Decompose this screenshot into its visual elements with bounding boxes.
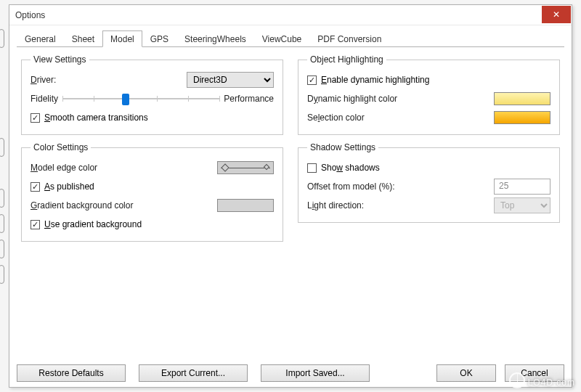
offset-input[interactable]: 25 [494, 179, 550, 195]
smooth-camera-checkbox[interactable]: Smooth camera transitions [31, 108, 274, 127]
color-settings-group: Color Settings Model edge color As publi… [21, 142, 283, 242]
model-edge-color-swatch[interactable] [217, 161, 274, 174]
checkbox-icon [31, 182, 40, 192]
options-dialog: Options ✕ General Sheet Model GPS Steeri… [9, 4, 572, 388]
export-current-button[interactable]: Export Current... [139, 364, 248, 382]
enable-highlighting-label: Enable dynamic highlighting [321, 75, 429, 85]
checkbox-icon [307, 163, 317, 173]
tab-viewcube[interactable]: ViewCube [254, 30, 309, 47]
tab-gps[interactable]: GPS [142, 30, 176, 47]
restore-defaults-button[interactable]: Restore Defaults [17, 364, 126, 382]
tab-general[interactable]: General [17, 30, 64, 47]
dynamic-highlight-color-swatch[interactable] [494, 92, 550, 105]
fidelity-label: Fidelity [31, 94, 58, 104]
show-shadows-checkbox[interactable]: Show shadows [307, 158, 550, 177]
performance-label: Performance [224, 94, 274, 104]
tab-pdf-conversion[interactable]: PDF Conversion [309, 30, 389, 47]
show-shadows-label: Show shadows [321, 163, 380, 173]
ok-button[interactable]: OK [436, 364, 496, 382]
shadow-settings-legend: Shadow Settings [307, 142, 378, 152]
close-icon: ✕ [553, 9, 560, 20]
dynamic-highlight-color-label: Dynamic highlight color [307, 94, 397, 104]
gradient-bg-color-label: Gradient background color [31, 200, 133, 211]
close-button[interactable]: ✕ [542, 6, 571, 23]
offset-label: Offset from model (%): [307, 181, 394, 192]
tab-steeringwheels[interactable]: SteeringWheels [176, 30, 254, 47]
cancel-button[interactable]: Cancel [505, 364, 564, 382]
tab-sheet[interactable]: Sheet [64, 30, 102, 47]
fidelity-slider[interactable] [62, 91, 219, 106]
light-direction-label: Light direction: [307, 200, 364, 211]
checkbox-icon [307, 75, 317, 85]
selection-color-swatch[interactable] [494, 111, 550, 124]
import-saved-button[interactable]: Import Saved... [261, 364, 370, 382]
selection-color-label: Selection color [307, 113, 365, 123]
titlebar: Options ✕ [9, 5, 572, 25]
shadow-settings-group: Shadow Settings Show shadows Offset from… [298, 142, 560, 223]
checkbox-icon [31, 220, 40, 229]
dialog-footer: Restore Defaults Export Current... Impor… [9, 359, 572, 387]
smooth-camera-label: Smooth camera transitions [44, 113, 148, 123]
view-settings-legend: View Settings [31, 54, 89, 65]
model-edge-color-label: Model edge color [31, 163, 97, 173]
object-highlighting-group: Object Highlighting Enable dynamic highl… [298, 54, 560, 135]
use-gradient-checkbox[interactable]: Use gradient background [31, 215, 274, 234]
tabs: General Sheet Model GPS SteeringWheels V… [17, 30, 564, 47]
as-published-checkbox[interactable]: As published [31, 177, 274, 196]
gradient-bg-color-swatch[interactable] [217, 199, 274, 212]
tab-model[interactable]: Model [102, 30, 142, 47]
driver-label: Driver: [31, 75, 56, 85]
window-title: Options [15, 10, 542, 20]
enable-highlighting-checkbox[interactable]: Enable dynamic highlighting [307, 70, 550, 89]
as-published-label: As published [44, 181, 94, 192]
color-settings-legend: Color Settings [31, 142, 91, 152]
use-gradient-label: Use gradient background [44, 219, 142, 229]
checkbox-icon [31, 113, 40, 123]
light-direction-select[interactable]: Top [494, 197, 550, 213]
driver-select[interactable]: Direct3D [187, 72, 274, 88]
view-settings-group: View Settings Driver: Direct3D Fidelity [21, 54, 283, 135]
object-highlighting-legend: Object Highlighting [307, 54, 386, 65]
